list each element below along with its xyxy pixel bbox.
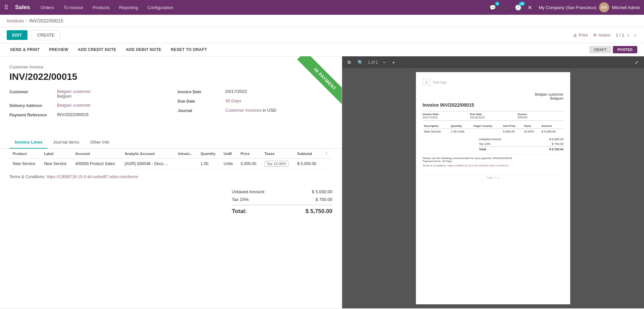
next-page-button[interactable]: › bbox=[633, 32, 637, 39]
total-value: $ 5,750.00 bbox=[306, 208, 332, 215]
zoom-in-button[interactable]: + bbox=[390, 59, 397, 66]
delivery-address-value[interactable]: Belgian customer bbox=[57, 103, 91, 108]
logo-box: 🖼 bbox=[423, 79, 431, 86]
row-account: 400000 Product Sales bbox=[72, 159, 121, 169]
row-quantity: 1.00 bbox=[197, 159, 220, 169]
row-product: New Service bbox=[9, 159, 41, 169]
send-print-button[interactable]: SEND & PRINT bbox=[7, 45, 43, 54]
prev-page-button[interactable]: ‹ bbox=[626, 32, 631, 39]
add-credit-note-button[interactable]: ADD CREDIT NOTE bbox=[74, 45, 120, 54]
print-link[interactable]: 🖨 Print bbox=[573, 33, 588, 38]
add-debit-note-button[interactable]: ADD DEBIT NOTE bbox=[122, 45, 165, 54]
col-intrastat: Intrast... bbox=[175, 149, 197, 159]
nav-products[interactable]: Products bbox=[91, 4, 112, 11]
apps-icon[interactable]: ⠿ bbox=[4, 4, 8, 11]
col-taxes: Taxes bbox=[261, 149, 294, 159]
row-price: 5,000.00 bbox=[237, 159, 261, 169]
due-date-label: Due Date bbox=[178, 98, 221, 104]
customer-field: Customer Belgian customer Belgium bbox=[9, 89, 164, 99]
untaxed-label: Untaxed Amount: bbox=[232, 189, 265, 194]
preview-table-row: New Service 1.00 Units 5,000.00 15.00% $… bbox=[423, 129, 564, 135]
action-label: Action bbox=[598, 33, 610, 38]
action-right: 🖨 Print ⚙ Action 1 / 1 ‹ › bbox=[573, 32, 637, 39]
col-analytic: Analytic Account bbox=[121, 149, 175, 159]
journal-field: Journal Customer Invoices in USD bbox=[178, 108, 333, 113]
preview-col-taxes: Taxes bbox=[523, 123, 540, 129]
preview-total: Total $ 5,750.00 bbox=[479, 146, 564, 152]
preview-untaxed: Untaxed Amount $ 5,000.00 bbox=[479, 137, 564, 142]
preview-customer: Belgian customer Belgium bbox=[423, 92, 564, 100]
journal-value[interactable]: Customer Invoices bbox=[225, 108, 262, 113]
avatar[interactable]: MA bbox=[599, 2, 609, 12]
preview-source: Source: 500093 bbox=[518, 113, 564, 119]
preview-dates: Invoice Date: 03/17/2022 Due Date: 04/16… bbox=[423, 111, 564, 121]
terms-link[interactable]: https://13688718-15-0-all.runbot87.odoo.… bbox=[47, 174, 139, 179]
col-actions: ⋮ bbox=[321, 149, 332, 159]
due-date-value[interactable]: 30 Days bbox=[225, 98, 241, 103]
clock-icon[interactable]: 🕐 29 bbox=[514, 3, 523, 12]
nav-reporting[interactable]: Reporting bbox=[117, 4, 140, 11]
chat-icon[interactable]: 💬 6 bbox=[488, 3, 497, 12]
company-info: My Company (San Francisco) MA Mitchell A… bbox=[539, 2, 640, 12]
untaxed-total-row: Untaxed Amount: $ 5,000.00 bbox=[232, 188, 332, 196]
action-link[interactable]: ⚙ Action bbox=[593, 33, 610, 38]
tab-other-info[interactable]: Other Info bbox=[85, 136, 115, 149]
search-icon[interactable]: 🔍 bbox=[356, 59, 365, 66]
preview-terms: Terms & Conditions: https://13688718-15-… bbox=[423, 164, 564, 167]
reset-to-draft-button[interactable]: RESET TO DRAFT bbox=[167, 45, 210, 54]
clock-badge: 29 bbox=[519, 2, 525, 6]
zoom-out-button[interactable]: − bbox=[381, 59, 387, 66]
col-quantity: Quantity bbox=[197, 149, 220, 159]
nav-icons: 💬 6 📞 🕐 29 ✕ bbox=[488, 3, 533, 12]
nav-to-invoice[interactable]: To Invoice bbox=[61, 4, 85, 11]
tab-journal-items[interactable]: Journal Items bbox=[48, 136, 85, 149]
draft-status[interactable]: DRAFT bbox=[589, 46, 611, 53]
preview-col-quantity: Quantity bbox=[449, 123, 472, 129]
form-content: IN PAYMENT Customer Invoice INV/2022/000… bbox=[0, 56, 342, 136]
nav-orders[interactable]: Orders bbox=[39, 4, 56, 11]
create-button[interactable]: CREATE bbox=[32, 30, 60, 40]
delivery-address-field: Delivery Address Belgian customer bbox=[9, 103, 164, 108]
print-icon: 🖨 bbox=[573, 33, 577, 38]
nav-configuration[interactable]: Configuration bbox=[145, 4, 175, 11]
customer-country: Belgium bbox=[57, 94, 91, 99]
preview-col-description: Description bbox=[423, 123, 449, 129]
payment-reference-label: Payment Reference bbox=[9, 112, 53, 117]
tab-invoice-lines[interactable]: Invoice Lines bbox=[9, 136, 48, 149]
edit-button[interactable]: EDIT bbox=[7, 30, 28, 40]
journal-in: in bbox=[263, 108, 266, 113]
invoice-type: Customer Invoice bbox=[9, 64, 332, 69]
preview-customer-country: Belgium bbox=[423, 96, 564, 100]
posted-status[interactable]: POSTED bbox=[613, 46, 637, 53]
expand-button[interactable]: ⤢ bbox=[633, 59, 641, 66]
tax-total-row: Tax 15%: $ 750.00 bbox=[232, 196, 332, 203]
breadcrumb-separator: / bbox=[26, 18, 27, 23]
pagination: 1 / 1 ‹ › bbox=[616, 32, 637, 39]
invoice-table: Product Label Account Analytic Account I… bbox=[9, 149, 332, 169]
payment-reference-value: INV/2022/00015 bbox=[57, 112, 89, 117]
breadcrumb-parent[interactable]: Invoices bbox=[7, 18, 24, 23]
preview-terms-link[interactable]: https://13688718-15-0-all.runbot87.odoo.… bbox=[447, 164, 508, 167]
col-subtotal: Subtotal bbox=[294, 149, 321, 159]
action-bar: EDIT CREATE 🖨 Print ⚙ Action 1 / 1 ‹ › bbox=[0, 27, 644, 43]
col-product: Product bbox=[9, 149, 41, 159]
invoice-lines-section: Product Label Account Analytic Account I… bbox=[0, 149, 342, 169]
copy-icon[interactable]: ⧉ bbox=[345, 58, 353, 66]
col-account: Account bbox=[72, 149, 121, 159]
brand-name[interactable]: Sales bbox=[15, 4, 30, 11]
pagination-count: 1 / 1 bbox=[616, 33, 624, 38]
settings-icon[interactable]: ✕ bbox=[526, 3, 533, 12]
phone-icon[interactable]: 📞 bbox=[501, 3, 510, 12]
preview-content: 🖼 Your logo Belgian customer Belgium Inv… bbox=[342, 68, 644, 308]
preview-customer-name: Belgian customer bbox=[423, 92, 564, 96]
tax-badge[interactable]: Tax 15.00% bbox=[265, 161, 288, 167]
status-pills: DRAFT POSTED bbox=[589, 46, 637, 53]
table-row[interactable]: New Service New Service 400000 Product S… bbox=[9, 159, 332, 169]
grand-total-row: Total: $ 5,750.00 bbox=[232, 205, 332, 216]
logo-text: Your logo bbox=[433, 81, 447, 84]
customer-value[interactable]: Belgian customer bbox=[57, 89, 91, 94]
preview-button[interactable]: PREVIEW bbox=[46, 45, 71, 54]
delivery-address-label: Delivery Address bbox=[9, 103, 53, 108]
preview-panel: ⧉ 🔍 1 of 1 − + ⤢ 🖼 Your logo Belgian cus… bbox=[342, 56, 644, 308]
preview-toolbar: ⧉ 🔍 1 of 1 − + ⤢ bbox=[342, 56, 644, 68]
